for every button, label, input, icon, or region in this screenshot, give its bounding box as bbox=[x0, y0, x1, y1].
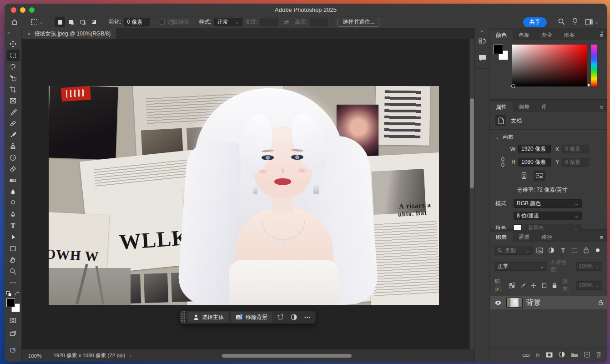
lock-position-icon[interactable] bbox=[529, 281, 537, 290]
transform-icon[interactable] bbox=[275, 313, 286, 321]
portrait-orientation-button[interactable] bbox=[518, 171, 530, 181]
link-layers-icon[interactable] bbox=[522, 351, 530, 359]
select-and-mask-button[interactable]: 选择并遮住... bbox=[338, 18, 379, 27]
zoom-tool[interactable] bbox=[7, 266, 20, 277]
crop-tool[interactable] bbox=[7, 84, 20, 95]
filter-smart-object-icon[interactable] bbox=[582, 246, 590, 255]
tab-color[interactable]: 颜色 bbox=[490, 30, 513, 40]
panels-collapse-icon[interactable]: » bbox=[600, 29, 603, 35]
taskbar-drag-handle[interactable] bbox=[180, 311, 186, 324]
add-mask-icon[interactable] bbox=[546, 351, 553, 359]
pen-tool[interactable] bbox=[7, 209, 20, 220]
tab-layers[interactable]: 图层 bbox=[490, 232, 513, 242]
tab-properties[interactable]: 属性 bbox=[490, 102, 513, 112]
color-swatches[interactable] bbox=[494, 45, 508, 60]
color-mode-dropdown[interactable]: RGB 颜色⌄ bbox=[514, 199, 582, 208]
type-tool[interactable]: T bbox=[7, 220, 20, 232]
adjustment-icon[interactable] bbox=[288, 313, 299, 321]
foreground-color-swatch[interactable] bbox=[494, 45, 503, 54]
brush-tool[interactable] bbox=[7, 129, 20, 141]
close-tab-icon[interactable]: × bbox=[27, 30, 31, 37]
tab-gradients[interactable]: 渐变 bbox=[535, 30, 558, 40]
filter-image-icon[interactable] bbox=[535, 246, 544, 255]
dodge-tool[interactable] bbox=[7, 197, 20, 209]
lock-transparency-icon[interactable] bbox=[508, 281, 516, 290]
layer-effects-icon[interactable]: fx bbox=[536, 352, 540, 359]
layer-filter-dropdown[interactable]: 类型 ⌄ bbox=[494, 246, 533, 255]
eraser-tool[interactable] bbox=[7, 163, 20, 175]
path-selection-tool[interactable] bbox=[7, 232, 20, 243]
foreground-color-swatch[interactable] bbox=[6, 298, 15, 307]
blend-mode-dropdown[interactable]: 正常⌄ bbox=[494, 262, 547, 271]
canvas-area[interactable]: WLLK ABL BFAE OWH W A ritars a bbox=[22, 39, 474, 349]
new-group-icon[interactable] bbox=[571, 351, 578, 359]
filter-shape-icon[interactable] bbox=[570, 246, 579, 255]
clone-stamp-tool[interactable] bbox=[7, 141, 20, 152]
new-adjustment-layer-icon[interactable] bbox=[559, 351, 565, 359]
edit-toolbar-icon[interactable] bbox=[7, 277, 20, 288]
new-layer-icon[interactable] bbox=[584, 351, 590, 359]
subtract-selection-mode[interactable] bbox=[77, 17, 88, 27]
object-selection-tool[interactable] bbox=[7, 72, 20, 84]
canvas-height-input[interactable]: 1080 像素 bbox=[518, 158, 551, 167]
canvas-section-header[interactable]: ⌄ 画布 bbox=[490, 130, 607, 143]
canvas-width-input[interactable]: 1920 像素 bbox=[518, 145, 551, 153]
document-image[interactable]: WLLK ABL BFAE OWH W A ritars a bbox=[49, 86, 439, 305]
style-dropdown[interactable]: 正常⌄ bbox=[214, 18, 242, 26]
vertical-scrollbar[interactable] bbox=[469, 39, 474, 349]
link-dimensions-icon[interactable] bbox=[498, 157, 507, 167]
delete-layer-icon[interactable] bbox=[596, 351, 601, 359]
panel-menu-icon[interactable]: ≡ bbox=[600, 234, 603, 241]
chevron-right-icon[interactable]: › bbox=[130, 353, 131, 358]
toolbar-expand-icon[interactable]: » bbox=[5, 28, 21, 38]
move-tool[interactable] bbox=[7, 38, 20, 50]
layer-visibility-toggle[interactable] bbox=[494, 300, 503, 305]
tab-adjustments[interactable]: 调整 bbox=[513, 102, 535, 112]
document-tab[interactable]: × 报纸女孩.jpeg @ 100%(RGB/8) bbox=[22, 28, 116, 39]
layer-row-background[interactable]: 背景 bbox=[490, 296, 607, 309]
version-history-icon[interactable] bbox=[478, 37, 487, 48]
rectangular-marquee-tool[interactable] bbox=[7, 50, 20, 61]
landscape-orientation-button[interactable] bbox=[534, 171, 545, 181]
blur-tool[interactable] bbox=[7, 186, 20, 197]
quick-mask-icon[interactable] bbox=[7, 315, 20, 326]
rectangle-tool[interactable] bbox=[7, 243, 20, 254]
home-icon[interactable] bbox=[9, 17, 20, 27]
remove-background-button[interactable]: 移除背景 bbox=[231, 312, 272, 322]
new-selection-mode[interactable] bbox=[55, 17, 65, 27]
lock-artboard-icon[interactable] bbox=[540, 281, 548, 290]
foreground-background-swatches[interactable] bbox=[6, 298, 20, 312]
lasso-tool[interactable] bbox=[7, 61, 20, 72]
gradient-tool[interactable] bbox=[7, 175, 20, 186]
zoom-level[interactable]: 100% bbox=[28, 353, 41, 359]
lock-all-icon[interactable] bbox=[551, 281, 559, 290]
default-colors-icon[interactable] bbox=[6, 291, 11, 296]
select-subject-button[interactable]: 选择主体 bbox=[188, 312, 228, 322]
collaborate-icon[interactable] bbox=[7, 344, 20, 355]
tab-patterns[interactable]: 图案 bbox=[558, 30, 581, 40]
share-button[interactable]: 共享 bbox=[523, 17, 547, 27]
panel-menu-icon[interactable]: ≡ bbox=[600, 104, 603, 111]
tab-libraries[interactable]: 库 bbox=[535, 102, 553, 112]
eyedropper-tool[interactable] bbox=[7, 106, 20, 118]
horizontal-scrollbar-thumb[interactable] bbox=[222, 354, 352, 358]
lock-pixels-icon[interactable] bbox=[519, 281, 526, 290]
tab-paths[interactable]: 路径 bbox=[535, 232, 558, 242]
hand-tool[interactable] bbox=[7, 254, 20, 266]
layer-thumbnail[interactable] bbox=[506, 298, 523, 308]
more-options-icon[interactable]: ••• bbox=[302, 315, 313, 320]
layer-lock-icon[interactable] bbox=[598, 300, 603, 305]
healing-brush-tool[interactable] bbox=[7, 118, 20, 129]
swap-colors-icon[interactable] bbox=[15, 291, 20, 297]
hue-slider-marker[interactable] bbox=[588, 83, 590, 87]
search-icon[interactable] bbox=[558, 18, 565, 26]
bit-depth-dropdown[interactable]: 8 位/通道⌄ bbox=[514, 212, 582, 220]
strip-collapse-icon[interactable]: « bbox=[481, 28, 484, 35]
tab-channels[interactable]: 通道 bbox=[513, 232, 535, 242]
tab-swatches[interactable]: 色板 bbox=[513, 30, 535, 40]
lightbulb-icon[interactable] bbox=[571, 18, 579, 26]
hue-slider[interactable] bbox=[591, 45, 597, 86]
color-cursor[interactable] bbox=[511, 84, 515, 88]
comment-icon[interactable] bbox=[478, 54, 487, 64]
filter-toggle-dot[interactable] bbox=[594, 246, 602, 255]
